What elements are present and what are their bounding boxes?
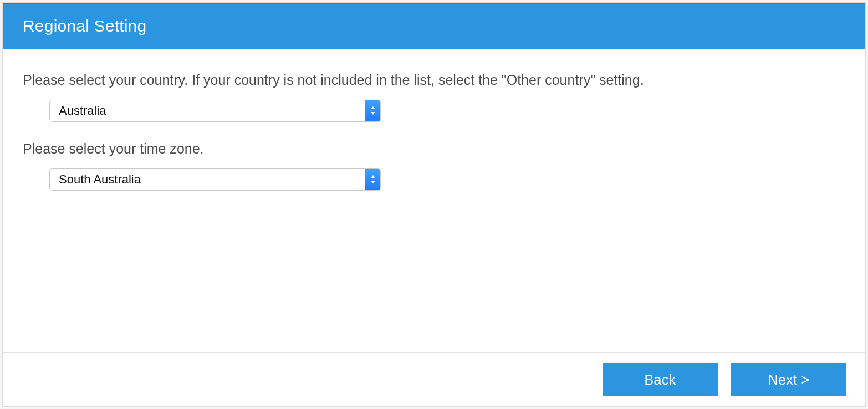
back-button[interactable]: Back bbox=[603, 363, 718, 396]
next-button[interactable]: Next > bbox=[731, 363, 846, 396]
timezone-select-value: South Australia bbox=[50, 172, 365, 187]
country-select-value: Australia bbox=[50, 104, 365, 118]
country-select-wrap: Australia bbox=[49, 100, 381, 122]
select-arrows-icon bbox=[365, 100, 380, 121]
timezone-select-wrap: South Australia bbox=[49, 168, 381, 191]
panel-header: Regional Setting bbox=[3, 3, 865, 49]
country-instruction: Please select your country. If your coun… bbox=[23, 71, 845, 90]
panel-footer: Back Next > bbox=[3, 352, 865, 406]
regional-setting-panel: Regional Setting Please select your coun… bbox=[2, 2, 866, 407]
timezone-instruction: Please select your time zone. bbox=[23, 140, 845, 159]
country-field-block: Please select your country. If your coun… bbox=[23, 71, 845, 122]
page-title: Regional Setting bbox=[23, 17, 845, 35]
country-select[interactable]: Australia bbox=[49, 100, 381, 122]
timezone-field-block: Please select your time zone. South Aust… bbox=[23, 140, 845, 191]
select-arrows-icon bbox=[365, 169, 380, 190]
timezone-select[interactable]: South Australia bbox=[49, 168, 381, 191]
panel-body: Please select your country. If your coun… bbox=[3, 49, 865, 352]
